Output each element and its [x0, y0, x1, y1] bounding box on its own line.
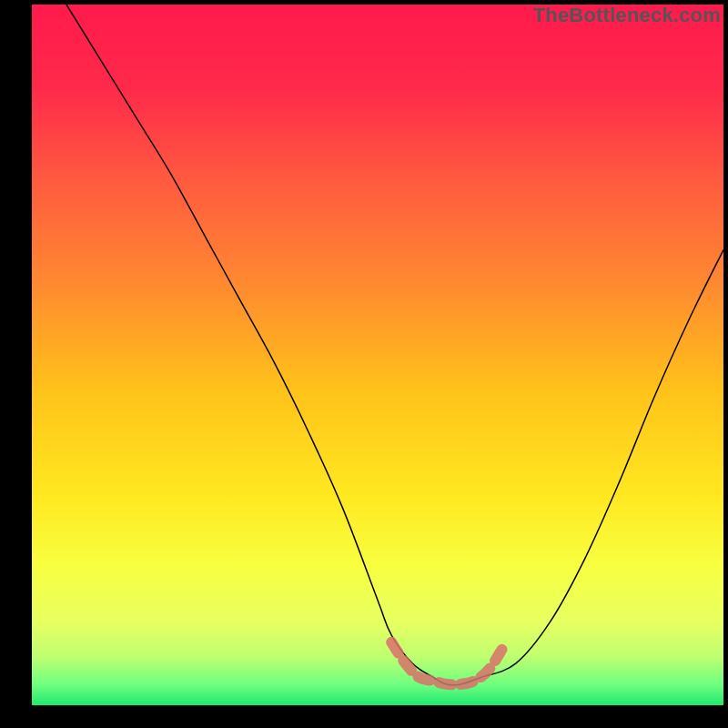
bottleneck-chart: TheBottleneck.com	[0, 0, 728, 728]
chart-svg	[0, 0, 728, 728]
frame-left	[0, 0, 32, 728]
watermark-text: TheBottleneck.com	[533, 4, 721, 27]
frame-bottom	[0, 705, 728, 728]
frame-right	[723, 0, 728, 728]
